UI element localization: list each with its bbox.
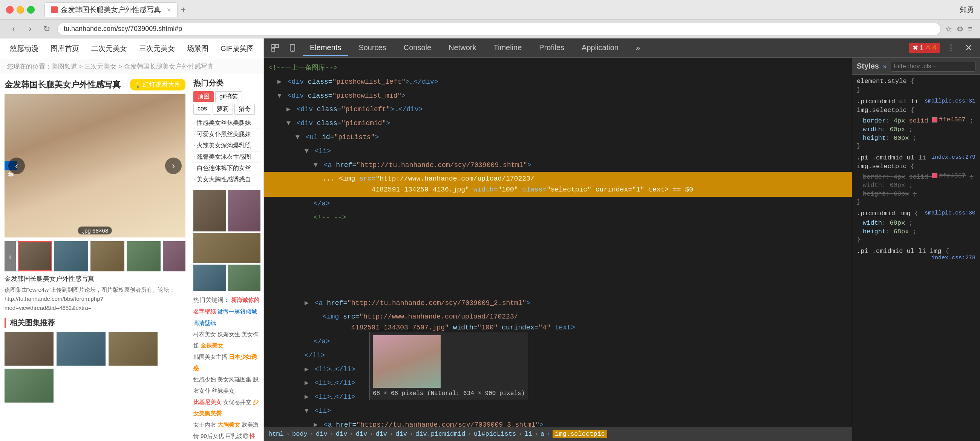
related-item-1[interactable] — [5, 332, 54, 366]
styles-tabs-button[interactable]: » — [883, 62, 887, 70]
dt-tab-more[interactable]: » — [629, 40, 647, 56]
dom-line-7[interactable]: ▼ <a href="http://tu.hanhande.com/scy/70… — [264, 158, 852, 172]
nav-item-2[interactable]: 二次元美女 — [86, 41, 132, 56]
dom-line-4[interactable]: ▼ <div class="picmidmid"> — [264, 116, 852, 131]
kw-9[interactable]: 女优苍井空 — [223, 399, 253, 405]
bc-html[interactable]: html — [268, 430, 284, 438]
cat-tab-0[interactable]: 顶图 — [193, 91, 214, 102]
bc-body[interactable]: body — [292, 430, 307, 438]
kw-4[interactable]: 全裸美女 — [200, 342, 223, 349]
dom-line-15[interactable]: ▶ <li>…</li> — [264, 363, 852, 377]
dom-line-5[interactable]: ▼ <ul id="picLists"> — [264, 131, 852, 144]
dt-tab-timeline[interactable]: Timeline — [487, 40, 529, 56]
nav-item-0[interactable]: 慈愿动漫 — [5, 41, 44, 56]
bc-div-5[interactable]: div — [395, 430, 407, 438]
style-source-2[interactable]: index.css:279 — [931, 154, 975, 161]
refresh-button[interactable]: ↻ — [41, 23, 53, 35]
bc-ul-piclists[interactable]: ul#picLists — [474, 430, 516, 438]
thumbnail-5[interactable] — [163, 241, 185, 271]
cat-tab-2[interactable]: cos — [193, 103, 211, 115]
dt-tab-elements[interactable]: Elements — [303, 40, 348, 56]
settings-icon[interactable]: ⚙ — [957, 24, 963, 33]
cat-item-1[interactable]: 可爱女仆黑丝美腿妹 — [193, 129, 261, 140]
kw-12[interactable]: 大胸美女 — [218, 421, 240, 428]
kw-7[interactable]: 性感少妇 美女风骚图集 脱衣女仆 丝袜美女 — [193, 376, 259, 394]
cat-item-4[interactable]: 白色连体裤下的女丝 — [193, 163, 261, 174]
dom-line-17[interactable]: ▶ <li>…</li> — [264, 390, 852, 404]
sidebar-thumb-1[interactable] — [193, 190, 226, 231]
bookmark-icon[interactable]: ☆ — [945, 24, 952, 33]
minimize-window-button[interactable] — [17, 6, 24, 14]
cat-tab-3[interactable]: 萝莉 — [213, 103, 233, 115]
cat-tab-4[interactable]: 猎奇 — [234, 103, 255, 115]
maximize-window-button[interactable] — [27, 6, 35, 14]
style-source-4[interactable]: index.css:278 — [931, 255, 975, 261]
thumbnail-4[interactable] — [127, 241, 161, 271]
dom-line-2[interactable]: ▼ <div class="picshowlist_mid"> — [264, 89, 852, 103]
color-swatch-1[interactable] — [932, 117, 937, 123]
dt-inspect-button[interactable] — [268, 41, 282, 55]
bc-div-2[interactable]: div — [336, 430, 347, 438]
cat-item-3[interactable]: 翘臀美女泳衣性感图 — [193, 151, 261, 163]
nav-item-1[interactable]: 图库首页 — [45, 41, 84, 56]
bc-div-3[interactable]: div — [356, 430, 368, 438]
dom-line-10[interactable]: <!-- --> — [264, 211, 852, 224]
bc-a[interactable]: a — [541, 430, 544, 438]
cat-item-5[interactable]: 美女大胸性感诱惑自 — [193, 174, 261, 185]
style-source-1[interactable]: smallpic.css:31 — [924, 98, 975, 104]
bc-div-picmidmid[interactable]: div.picmidmid — [415, 430, 466, 438]
cat-item-0[interactable]: 性感美女丝袜美腿妹 — [193, 118, 261, 129]
related-item-3[interactable] — [108, 332, 158, 366]
related-item-4[interactable] — [5, 369, 54, 403]
new-tab-button[interactable]: + — [178, 4, 189, 16]
dt-tab-sources[interactable]: Sources — [352, 40, 393, 56]
dt-tab-console[interactable]: Console — [397, 40, 438, 56]
color-swatch-2[interactable] — [932, 173, 937, 178]
gallery-prev-button[interactable]: ‹ — [8, 158, 25, 174]
view-fullscreen-button[interactable]: 幻灯观看大图 — [130, 79, 185, 91]
dt-tab-profiles[interactable]: Profiles — [532, 40, 571, 56]
forward-button[interactable]: › — [24, 23, 36, 35]
dt-device-button[interactable] — [286, 41, 299, 55]
menu-icon[interactable]: ≡ — [968, 24, 972, 33]
thumbnail-2[interactable] — [54, 241, 88, 271]
kw-13[interactable]: 欧美激 — [242, 421, 259, 428]
dom-line-19[interactable]: ▶ <a href="https://tu.hanhande.com/scy/7… — [264, 418, 852, 427]
dt-tab-network[interactable]: Network — [442, 40, 483, 56]
dom-line-16[interactable]: ▶ <li>…</li> — [264, 376, 852, 390]
thumb-nav-prev[interactable]: ‹ — [5, 241, 16, 271]
dt-tab-application[interactable]: Application — [575, 40, 625, 56]
thumbnail-1[interactable] — [18, 241, 52, 271]
sidebar-thumb-4[interactable] — [193, 264, 226, 291]
dom-line-9[interactable]: </a> — [264, 197, 852, 211]
style-source-3[interactable]: smallpic.css:30 — [924, 210, 975, 217]
dom-panel[interactable]: <!--一上一条图库--> ▶ <div class="picshowlist_… — [264, 58, 852, 427]
back-button[interactable]: ‹ — [8, 23, 20, 35]
cat-tab-1[interactable]: gif搞笑 — [215, 91, 242, 102]
dom-line-6[interactable]: ▼ <li> — [264, 144, 852, 158]
kw-5[interactable]: 韩国美女主播 — [193, 353, 229, 360]
dom-line-3[interactable]: ▶ <div class="picmidleft">…</div> — [264, 102, 852, 116]
dom-line-18[interactable]: ▼ <li> — [264, 404, 852, 418]
dt-settings-button[interactable]: ⋮ — [944, 43, 958, 53]
sidebar-thumb-2[interactable] — [228, 190, 261, 231]
kw-8[interactable]: 比基尼美女 — [193, 399, 222, 405]
related-item-2[interactable] — [57, 332, 105, 366]
tab-close-button[interactable]: × — [167, 6, 171, 14]
nav-item-cosplay[interactable]: COSPLAY — [261, 42, 264, 55]
dom-line-12[interactable]: <img src="http://www.hanhande.com/upload… — [264, 310, 852, 335]
dom-line-highlighted[interactable]: ... <img src="http://www.hanhande.com/up… — [264, 172, 852, 197]
dom-line-14[interactable]: </li> — [264, 349, 852, 363]
sidebar-thumb-5[interactable] — [228, 264, 261, 291]
thumbnail-3[interactable] — [91, 241, 124, 271]
dom-line-comment[interactable]: <!--一上一条图库--> — [264, 61, 852, 75]
dt-close-button[interactable]: ✕ — [962, 43, 975, 53]
active-tab[interactable]: 金发韩国长腿美女户外性感写真 × — [45, 2, 178, 17]
dom-line-1[interactable]: ▶ <div class="picshowlist_left">…</div> — [264, 75, 852, 89]
cat-item-2[interactable]: 火辣美女深沟爆乳照 — [193, 140, 261, 151]
bc-div-1[interactable]: div — [316, 430, 328, 438]
dom-line-13[interactable]: </a> — [264, 335, 852, 349]
close-window-button[interactable] — [6, 6, 14, 14]
nav-item-5[interactable]: GIF搞笑图 — [215, 41, 259, 56]
styles-filter-input[interactable]: Filte :hov .cls + — [891, 61, 975, 72]
